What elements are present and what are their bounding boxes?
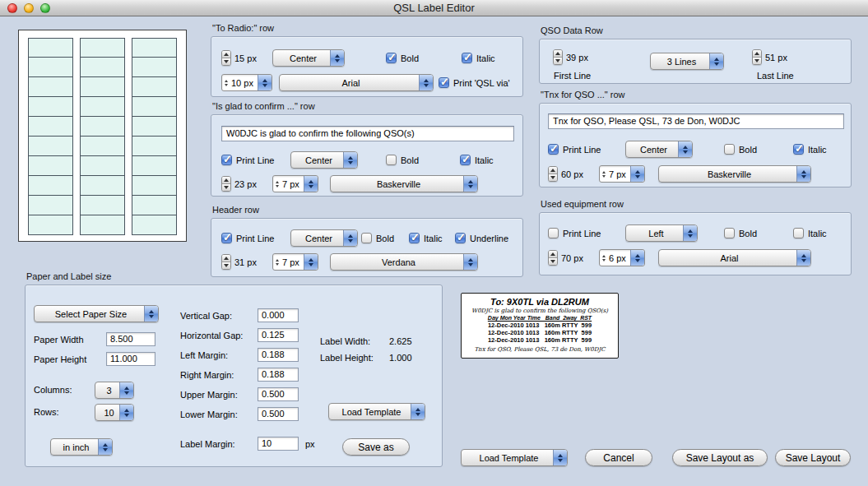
is-glad-fontsize-combo[interactable]: 7 px	[272, 175, 318, 192]
checkbox-box[interactable]	[361, 233, 372, 243]
checkbox-label: Print 'QSL via'	[453, 78, 510, 88]
window-titlebar[interactable]	[0, 0, 868, 16]
to-radio-italic-checkbox[interactable]: Italic	[462, 53, 495, 63]
tnx-print-line-checkbox[interactable]: Print Line	[548, 144, 601, 155]
header-y-stepper[interactable]	[221, 254, 231, 270]
tnx-align-popup[interactable]: Center	[625, 141, 693, 158]
stepper-down-button[interactable]	[222, 58, 230, 65]
stepper-up-button[interactable]	[222, 51, 230, 58]
equipment-fontsize-combo[interactable]: 6 px	[599, 249, 645, 266]
checkbox-box[interactable]	[221, 233, 232, 243]
label-margin-field[interactable]: 10	[258, 437, 299, 451]
cancel-button[interactable]: Cancel	[585, 449, 652, 466]
equipment-print-line-checkbox[interactable]: Print Line	[548, 228, 601, 238]
stepper-down-button[interactable]	[554, 58, 562, 64]
tnx-fontsize-combo[interactable]: 7 px	[599, 165, 645, 183]
tnx-italic-checkbox[interactable]: Italic	[793, 144, 827, 155]
zoom-button[interactable]	[40, 3, 50, 13]
equipment-y-stepper[interactable]	[548, 250, 558, 266]
rows-popup[interactable]: 10	[95, 404, 134, 421]
tnx-y-stepper[interactable]	[548, 166, 558, 182]
header-underline-checkbox[interactable]: Underline	[455, 233, 508, 243]
minimize-button[interactable]	[24, 3, 34, 13]
stepper-up-button[interactable]	[753, 50, 761, 58]
checkbox-box[interactable]	[386, 155, 397, 165]
to-radio-align-popup[interactable]: Center	[272, 49, 345, 67]
label-cell	[132, 76, 177, 97]
header-fontsize-combo[interactable]: 7 px	[272, 253, 318, 271]
save-as-button[interactable]: Save as	[342, 438, 410, 456]
equipment-italic-checkbox[interactable]: Italic	[793, 228, 827, 238]
checkbox-box[interactable]	[793, 228, 804, 238]
paper-load-template-popup[interactable]: Load Template	[328, 403, 425, 420]
last-line-label: Last Line	[757, 71, 794, 81]
save-layout-as-button[interactable]: Save Layout as	[672, 449, 768, 466]
checkbox-box[interactable]	[548, 144, 559, 155]
to-radio-bold-checkbox[interactable]: Bold	[386, 53, 419, 63]
is-glad-print-line-checkbox[interactable]: Print Line	[221, 155, 274, 165]
stepper-down-button[interactable]	[222, 262, 230, 269]
stepper-up-button[interactable]	[222, 255, 230, 262]
left-margin-field[interactable]: 0.188	[258, 348, 299, 362]
is-glad-align-popup[interactable]: Center	[290, 151, 358, 169]
stepper-up-button[interactable]	[549, 167, 557, 174]
to-radio-font-popup[interactable]: Arial	[279, 74, 434, 91]
stepper-up-button[interactable]	[222, 177, 230, 184]
checkbox-box[interactable]	[724, 228, 735, 238]
paper-width-label: Paper Width	[34, 335, 84, 345]
upper-margin-field[interactable]: 0.500	[258, 387, 299, 401]
is-glad-y-stepper[interactable]	[221, 176, 231, 192]
equipment-align-popup[interactable]: Left	[625, 224, 698, 242]
right-margin-field[interactable]: 0.188	[258, 368, 299, 382]
paper-size-popup[interactable]: Select Paper Size	[34, 305, 159, 322]
checkbox-box[interactable]	[409, 233, 420, 243]
header-bold-checkbox[interactable]: Bold	[361, 233, 394, 243]
footer-load-template-popup[interactable]: Load Template	[461, 449, 568, 466]
label-margin-label: Label Margin:	[180, 439, 235, 449]
horizontal-gap-field[interactable]: 0.125	[258, 328, 299, 342]
tnx-bold-checkbox[interactable]: Bold	[724, 144, 757, 155]
checkbox-box[interactable]	[793, 144, 804, 155]
checkbox-box[interactable]	[548, 228, 559, 238]
checkbox-box[interactable]	[460, 155, 471, 165]
header-align-popup[interactable]: Center	[290, 229, 358, 247]
stepper-down-button[interactable]	[222, 184, 230, 191]
is-glad-italic-checkbox[interactable]: Italic	[460, 155, 494, 165]
stepper-down-button[interactable]	[753, 58, 761, 64]
unit-popup[interactable]: in inch	[50, 438, 113, 456]
checkbox-box[interactable]	[439, 77, 449, 88]
stepper-up-button[interactable]	[554, 50, 562, 58]
checkbox-box[interactable]	[455, 233, 466, 243]
qso-last-line-position: 51 px	[752, 49, 787, 65]
to-radio-print-qsl-via-checkbox[interactable]: Print 'QSL via'	[439, 77, 510, 88]
stepper-down-button[interactable]	[549, 174, 557, 181]
qso-last-line-stepper[interactable]	[752, 49, 762, 65]
close-button[interactable]	[7, 3, 17, 13]
to-radio-y-stepper[interactable]	[221, 50, 231, 66]
paper-width-field[interactable]: 8.500	[106, 332, 155, 346]
is-glad-font-popup[interactable]: Baskerville	[330, 175, 478, 192]
paper-height-field[interactable]: 11.000	[106, 352, 155, 366]
equipment-bold-checkbox[interactable]: Bold	[724, 228, 757, 238]
checkbox-box[interactable]	[724, 144, 735, 155]
header-print-line-checkbox[interactable]: Print Line	[221, 233, 274, 243]
lower-margin-field[interactable]: 0.500	[258, 407, 299, 421]
checkbox-box[interactable]	[221, 155, 232, 165]
checkbox-box[interactable]	[386, 53, 397, 63]
columns-popup[interactable]: 3	[95, 382, 134, 399]
is-glad-bold-checkbox[interactable]: Bold	[386, 155, 419, 165]
to-radio-fontsize-combo[interactable]: 10 px	[221, 74, 272, 91]
qso-lines-popup[interactable]: 3 Lines	[650, 53, 724, 70]
stepper-down-button[interactable]	[549, 258, 557, 265]
tnx-text-field[interactable]: Tnx for QSO, Please QSL, 73 de Don, W0DJ…	[548, 113, 844, 129]
is-glad-text-field[interactable]: W0DJC is glad to confirm the following Q…	[221, 126, 514, 141]
tnx-font-popup[interactable]: Baskerville	[658, 165, 811, 183]
header-font-popup[interactable]: Verdana	[330, 253, 478, 271]
stepper-up-button[interactable]	[549, 251, 557, 258]
header-italic-checkbox[interactable]: Italic	[409, 233, 443, 243]
vertical-gap-field[interactable]: 0.000	[258, 308, 299, 322]
equipment-font-popup[interactable]: Arial	[658, 249, 811, 266]
qso-first-line-stepper[interactable]	[553, 49, 563, 65]
save-layout-button[interactable]: Save Layout	[775, 449, 851, 466]
checkbox-box[interactable]	[462, 53, 472, 63]
